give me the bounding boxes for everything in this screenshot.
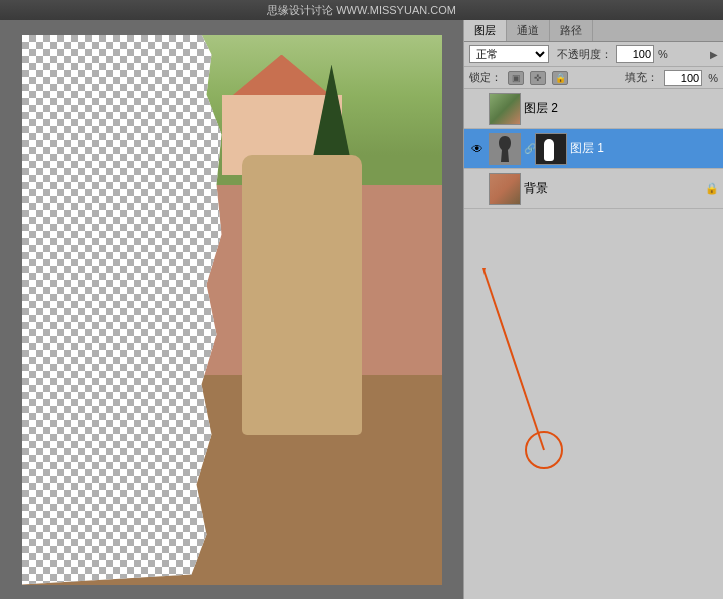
layers-panel: 图层 通道 路径 正常 不透明度： % ▶ 锁定： ▣ ✜ 🔒 填充： % xyxy=(463,20,723,599)
layer-row-1[interactable]: 👁 🔗 图层 1 xyxy=(464,129,723,169)
tab-paths[interactable]: 路径 xyxy=(550,20,593,41)
fill-label: 填充： xyxy=(625,70,658,85)
canvas-content xyxy=(22,35,442,585)
svg-marker-2 xyxy=(482,268,486,275)
layer-row-2[interactable]: 图层 2 xyxy=(464,89,723,129)
lock-pixels-btn[interactable]: ▣ xyxy=(508,71,524,85)
panel-options-arrow[interactable]: ▶ xyxy=(710,49,718,60)
tab-channels[interactable]: 通道 xyxy=(507,20,550,41)
lock-label: 锁定： xyxy=(469,70,502,85)
thumb-preview-1 xyxy=(490,134,520,164)
layer-thumb-1 xyxy=(489,133,521,165)
layer-name-2: 图层 2 xyxy=(524,100,719,117)
mask-thumb-1 xyxy=(535,133,567,165)
visibility-icon-2[interactable] xyxy=(468,100,486,118)
mask-preview-1 xyxy=(536,134,566,164)
thumb-preview-2 xyxy=(490,94,520,124)
lock-row: 锁定： ▣ ✜ 🔒 填充： % xyxy=(464,67,723,89)
layers-list: 图层 2 👁 🔗 图层 1 xyxy=(464,89,723,209)
title-bar: 思缘设计讨论 WWW.MISSYUAN.COM xyxy=(0,0,723,20)
blend-mode-row: 正常 不透明度： % ▶ xyxy=(464,42,723,67)
layer-thumb-bg xyxy=(489,173,521,205)
bg-lock-icon: 🔒 xyxy=(705,182,719,195)
svg-point-1 xyxy=(526,432,562,468)
layer-row-bg[interactable]: 背景 🔒 xyxy=(464,169,723,209)
svg-line-0 xyxy=(484,270,544,450)
layer-name-bg: 背景 xyxy=(524,180,702,197)
fill-input[interactable] xyxy=(664,70,702,86)
layer-thumb-2 xyxy=(489,93,521,125)
visibility-icon-bg[interactable] xyxy=(468,180,486,198)
canvas-area xyxy=(0,20,463,599)
lock-position-btn[interactable]: ✜ xyxy=(530,71,546,85)
title-text: 思缘设计讨论 WWW.MISSYUAN.COM xyxy=(267,3,456,18)
layer-name-1: 图层 1 xyxy=(570,140,719,157)
panel-tabs: 图层 通道 路径 xyxy=(464,20,723,42)
visibility-icon-1[interactable]: 👁 xyxy=(468,140,486,158)
thumb-preview-bg xyxy=(490,174,520,204)
transparent-layer xyxy=(22,35,222,585)
layer-mask-link: 🔗 xyxy=(524,143,532,154)
fill-percent: % xyxy=(708,72,718,84)
opacity-percent: % xyxy=(658,48,668,60)
opacity-input[interactable] xyxy=(616,45,654,63)
statue xyxy=(242,155,362,435)
lock-all-btn[interactable]: 🔒 xyxy=(552,71,568,85)
opacity-label: 不透明度： xyxy=(557,47,612,62)
blend-mode-select[interactable]: 正常 xyxy=(469,45,549,63)
layer1-thumb-svg xyxy=(491,134,519,164)
tab-layers[interactable]: 图层 xyxy=(464,20,507,41)
photo-scene xyxy=(22,35,442,585)
